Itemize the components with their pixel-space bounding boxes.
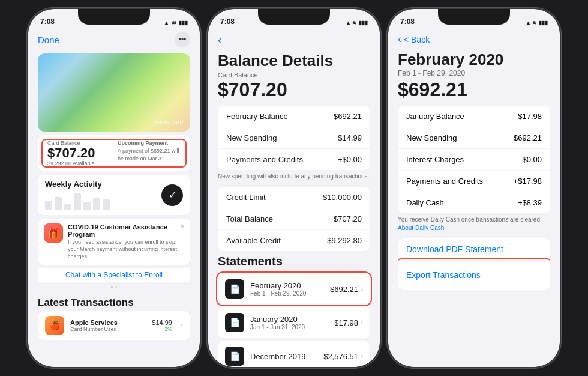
phone-2: 7:08 ▲ ≋ ▮▮▮ ‹ Balance Details Card Bala… (207, 8, 381, 368)
actions-container: Download PDF Statement Export Transactio… (398, 238, 550, 290)
january-balance-row: January Balance $17.98 (398, 106, 550, 127)
credit-rows: Credit Limit $10,000.00 Total Balance $7… (218, 187, 370, 251)
status-icons-3: ▲ ≋ ▮▮▮ (526, 20, 548, 26)
january-2020-statement[interactable]: 📄 January 2020 Jan 1 - Jan 31, 2020 $17.… (218, 307, 370, 338)
transaction-right: $14.99 3% (152, 319, 172, 332)
notch-3 (438, 9, 510, 25)
export-row: Export Transactions (398, 261, 550, 290)
statement-details-3: December 2019 (250, 352, 317, 361)
covid-close-icon[interactable]: ✕ (179, 222, 185, 231)
transaction-amount: $14.99 (152, 319, 172, 326)
statement-date: Feb 1 - Feb 29, 2020 (250, 290, 324, 297)
bar-1 (45, 201, 52, 210)
feb-payments-credits-row: Payments and Credits +$17.98 (398, 171, 550, 192)
balance-details-title: Balance Details (208, 49, 380, 71)
back-arrow-icon[interactable]: ‹ (218, 33, 222, 46)
notch-2 (258, 9, 330, 25)
daily-cash-value: +$8.39 (518, 198, 542, 207)
page-dots: ● ○ (28, 282, 200, 292)
statement-doc-icon-2: 📄 (225, 313, 244, 332)
balance-note: New spending will also include any pendi… (208, 170, 380, 184)
chat-link[interactable]: Chat with a Specialist to Enroll (38, 268, 190, 282)
available-credit-row: Available Credit $9,292.80 (218, 230, 370, 251)
download-pdf-row: Download PDF Statement (398, 238, 550, 261)
export-transactions-link[interactable]: Export Transactions (406, 267, 542, 284)
covid-text-area: COVID-19 Customer Assistance Program If … (68, 223, 184, 260)
daily-cash-row: Daily Cash +$8.39 (398, 192, 550, 213)
statements-title: Statements (208, 251, 380, 271)
february-2020-statement[interactable]: 📄 February 2020 Feb 1 - Feb 29, 2020 $69… (218, 273, 370, 305)
credit-limit-label: Credit Limit (226, 193, 266, 202)
balance-section: Card Balance $707.20 $9,292.80 Available… (38, 135, 190, 171)
covid-title: COVID-19 Customer Assistance Program (68, 223, 184, 238)
bar-6 (93, 198, 100, 210)
statement-chevron-icon-2: › (361, 318, 363, 327)
statement-amount-2: $17.98 (334, 318, 358, 327)
apple-card: mastercard (38, 53, 190, 132)
february-balance-value: $692.21 (334, 112, 362, 121)
apple-services-icon: 🍎 (45, 316, 64, 335)
about-daily-cash-link[interactable]: About Daily Cash (398, 225, 444, 231)
feb-new-spending-label: New Spending (406, 133, 457, 142)
statement-chevron-icon-3: › (361, 352, 363, 360)
weekly-activity-section: Weekly Activity ✓ (38, 175, 190, 215)
credit-limit-row: Credit Limit $10,000.00 (218, 187, 370, 208)
feb-payments-credits-value: +$17.98 (514, 177, 542, 186)
transaction-sub: Card Number Used (70, 326, 146, 332)
statement-right-3: $2,576.51 › (323, 352, 363, 361)
statement-right-2: $17.98 › (334, 318, 363, 327)
total-balance-value: $707.20 (334, 214, 362, 223)
checkmark-circle: ✓ (161, 184, 183, 206)
covid-description: If you need assistance, you can enroll t… (68, 239, 184, 260)
date-range: Feb 1 - Feb 29, 2020 (388, 69, 560, 79)
phone2-header: ‹ (208, 28, 380, 49)
credit-limit-value: $10,000.00 (323, 193, 362, 202)
card-balance-label: Card Balance (208, 71, 380, 79)
latest-transactions-title: Latest Transactions (28, 292, 200, 311)
february-2020-title: February 2020 (388, 48, 560, 69)
transaction-cashback: 3% (152, 326, 172, 332)
mastercard-icon: mastercard (153, 119, 183, 126)
statement-name-2: January 2020 (250, 315, 328, 324)
january-balance-value: $17.98 (518, 112, 542, 121)
december-2019-statement[interactable]: 📄 December 2019 $2,576.51 › (218, 341, 370, 367)
bar-5 (83, 202, 91, 210)
phone1-header: Done ••• (28, 28, 200, 50)
card-balance-amount: $707.20 (208, 79, 380, 106)
status-icons-1: ▲ ≋ ▮▮▮ (164, 20, 188, 26)
balance-rows: February Balance $692.21 New Spending $1… (218, 106, 370, 170)
payments-credits-label: Payments and Credits (226, 155, 303, 164)
available-credit-value: $9,292.80 (327, 236, 362, 245)
statement-amount-3: $2,576.51 (323, 352, 358, 361)
phone-1: 7:08 ▲ ≋ ▮▮▮ Done ••• mastercard Card Ba… (27, 8, 201, 368)
statement-details-2: January 2020 Jan 1 - Jan 31, 2020 (250, 315, 328, 330)
balance-available: $9,292.80 Available (47, 160, 110, 166)
statement-details: February 2020 Feb 1 - Feb 29, 2020 (250, 281, 324, 297)
bar-7 (103, 199, 110, 210)
transaction-chevron-icon: › (181, 321, 183, 330)
download-pdf-link[interactable]: Download PDF Statement (406, 244, 542, 254)
february-amount: $692.21 (388, 79, 560, 106)
daily-cash-note: You receive Daily Cash once transactions… (388, 213, 560, 236)
statement-doc-icon: 📄 (225, 279, 244, 299)
transaction-item[interactable]: 🍎 Apple Services Card Number Used $14.99… (38, 311, 190, 340)
new-spending-row: New Spending $14.99 (218, 127, 370, 149)
interest-charges-value: $0.00 (522, 155, 542, 164)
transaction-name: Apple Services (70, 319, 146, 326)
more-button[interactable]: ••• (175, 32, 190, 47)
statement-doc-icon-3: 📄 (225, 347, 244, 366)
statement-name: February 2020 (250, 281, 324, 290)
balance-amount: $707.20 (47, 146, 110, 160)
payments-credits-value: +$0.00 (338, 155, 362, 164)
status-time-2: 7:08 (220, 17, 235, 26)
payments-credits-row: Payments and Credits +$0.00 (218, 149, 370, 170)
done-button[interactable]: Done (38, 35, 59, 45)
back-button[interactable]: < Back (404, 35, 430, 44)
bar-4 (74, 193, 81, 210)
feb-payments-credits-label: Payments and Credits (406, 177, 483, 186)
february-balance-row: February Balance $692.21 (218, 106, 370, 127)
status-time-3: 7:08 (400, 17, 415, 26)
notch-1 (78, 9, 150, 25)
total-balance-row: Total Balance $707.20 (218, 208, 370, 230)
statement-amount: $692.21 (330, 285, 358, 294)
